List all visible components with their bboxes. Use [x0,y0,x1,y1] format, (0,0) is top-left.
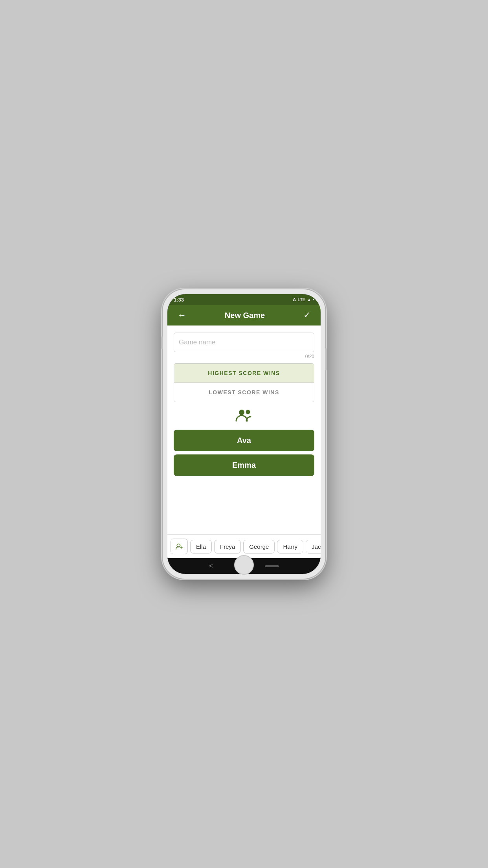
power-button [325,348,327,370]
network-label: LTE [297,297,305,302]
nav-bar: ← New Game ✓ [167,305,321,326]
home-button[interactable] [234,555,254,575]
highest-score-option[interactable]: HIGHEST SCORE WINS [174,364,314,383]
svg-point-0 [239,410,244,415]
battery-icon: ▪ [313,297,314,302]
chip-freya[interactable]: Freya [214,540,241,554]
signal-icon: ▲ [307,297,311,302]
svg-point-1 [246,410,250,414]
chip-ella[interactable]: Ella [190,540,212,554]
chip-harry[interactable]: Harry [277,540,303,554]
chip-jack[interactable]: Jack [306,540,321,554]
player-ava-button[interactable]: Ava [174,430,314,451]
players-icon [235,408,253,426]
add-player-button[interactable] [171,539,188,554]
status-bar: 1:33 A LTE ▲ ▪ [167,294,321,305]
phone-screen: 1:33 A LTE ▲ ▪ ← New Game ✓ 0/20 [167,294,321,574]
phone-frame: 1:33 A LTE ▲ ▪ ← New Game ✓ 0/20 [163,289,325,579]
android-home-indicator[interactable] [265,565,279,567]
status-icons: A LTE ▲ ▪ [293,297,314,302]
volume-button [161,337,163,349]
confirm-button[interactable]: ✓ [300,309,314,322]
bottom-players-bar: Ella Freya George Harry Jack Ja... [167,534,321,558]
score-options-group: HIGHEST SCORE WINS LOWEST SCORE WINS [174,363,314,402]
game-name-input[interactable] [174,333,314,352]
back-button[interactable]: ← [174,309,189,322]
players-icon-row [174,408,314,426]
main-content: 0/20 HIGHEST SCORE WINS LOWEST SCORE WIN… [167,326,321,534]
status-time: 1:33 [174,297,184,303]
player-emma-button[interactable]: Emma [174,454,314,476]
char-count: 0/20 [174,354,314,359]
lowest-score-option[interactable]: LOWEST SCORE WINS [174,383,314,402]
android-back-button[interactable]: < [209,563,213,570]
app-screen: 1:33 A LTE ▲ ▪ ← New Game ✓ 0/20 [167,294,321,574]
chip-george[interactable]: George [243,540,275,554]
page-title: New Game [225,311,265,320]
nfc-icon: A [293,297,296,302]
